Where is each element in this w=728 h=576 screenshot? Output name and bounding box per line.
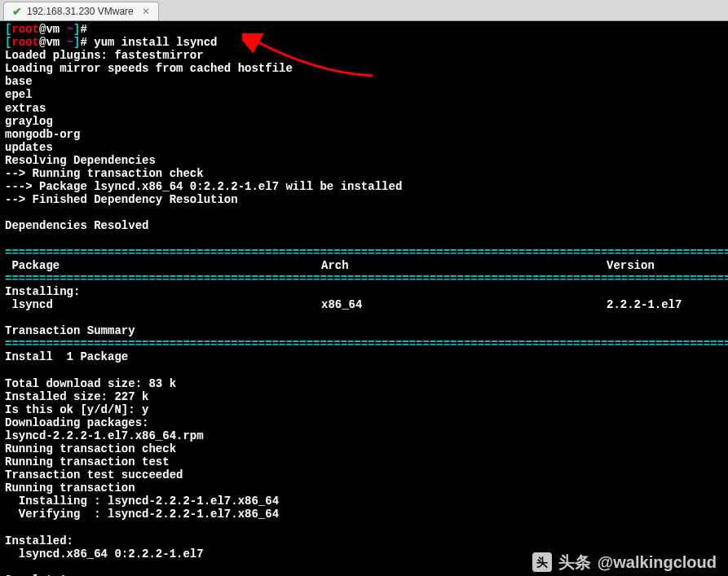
tab-bar: ✔ 192.168.31.230 VMware ✕ — [0, 0, 728, 21]
watermark-text: @walkingcloud — [598, 553, 717, 572]
pkg-name: lsyncd — [5, 298, 321, 311]
pkg-arch: x86_64 — [321, 298, 607, 311]
terminal[interactable]: [root@vm ~]# [root@vm ~]# yum install ls… — [0, 21, 728, 576]
terminal-content: [root@vm ~]# [root@vm ~]# yum install ls… — [5, 23, 723, 576]
separator: ========================================… — [5, 246, 728, 259]
separator: ========================================… — [5, 337, 728, 350]
watermark: 头 头条 @walkingcloud — [532, 552, 717, 572]
close-icon[interactable]: ✕ — [142, 6, 150, 17]
separator: ========================================… — [5, 272, 728, 285]
check-icon: ✔ — [12, 5, 22, 18]
watermark-prefix: 头条 — [558, 553, 591, 572]
watermark-logo-icon: 头 — [532, 552, 552, 572]
col-version: Version — [607, 259, 655, 272]
col-arch: Arch — [321, 259, 607, 272]
tab-title: 192.168.31.230 VMware — [27, 6, 134, 17]
pkg-version: 2.2.2-1.el7 — [607, 298, 682, 311]
col-package: Package — [5, 259, 321, 272]
command: yum install lsyncd — [94, 36, 217, 49]
tab-active[interactable]: ✔ 192.168.31.230 VMware ✕ — [3, 2, 159, 20]
